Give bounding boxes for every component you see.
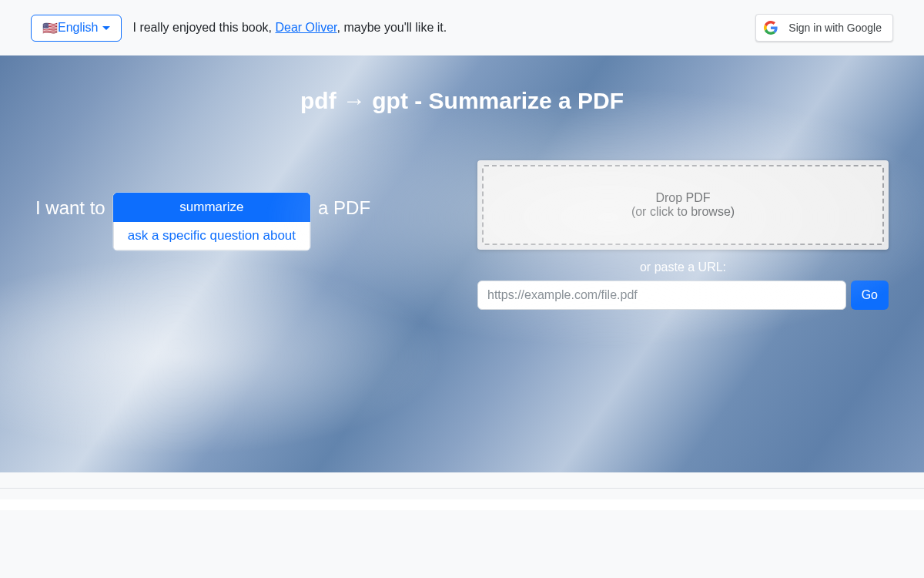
url-input[interactable] [477,281,846,310]
language-label: English [58,21,98,35]
dropzone-line1: Drop PDF [655,191,710,205]
white-band [0,499,924,510]
hero-section: pdf → gpt - Summarize a PDF I want to su… [0,55,924,472]
sentence-trail: a PDF [318,193,370,219]
pdf-dropzone[interactable]: Drop PDF (or click to browse) [482,165,884,245]
promo-suffix: , maybe you'll like it. [337,21,447,34]
promo-prefix: I really enjoyed this book, [132,21,275,34]
mode-sentence: I want to summarize ask a specific quest… [35,160,444,310]
page-title: pdf → gpt - Summarize a PDF [0,55,924,114]
promo-link[interactable]: Dear Oliver [275,21,336,34]
sentence-lead: I want to [35,193,105,219]
mode-selector: summarize ask a specific question about [113,193,310,250]
google-signin-button[interactable]: Sign in with Google [755,14,893,42]
google-icon [764,21,778,35]
workspace: I want to summarize ask a specific quest… [0,160,924,310]
url-row: Go [477,281,889,310]
google-signin-label: Sign in with Google [788,22,882,34]
header-bar: 🇺🇸 English I really enjoyed this book, D… [0,0,924,55]
mode-option-question[interactable]: ask a specific question about [113,222,310,250]
go-button[interactable]: Go [851,281,889,310]
dropzone-line2: (or click to browse) [631,205,735,219]
input-column: Drop PDF (or click to browse) or paste a… [477,160,889,310]
dropzone-container: Drop PDF (or click to browse) [477,160,889,250]
below-hero [0,488,924,578]
promo-text: I really enjoyed this book, Dear Oliver,… [132,21,447,35]
divider-line [0,488,924,489]
mode-option-summarize[interactable]: summarize [113,193,310,222]
chevron-down-icon [102,26,110,30]
language-dropdown[interactable]: 🇺🇸 English [31,15,122,42]
flag-icon: 🇺🇸 [42,21,58,35]
paste-url-label: or paste a URL: [477,260,889,274]
